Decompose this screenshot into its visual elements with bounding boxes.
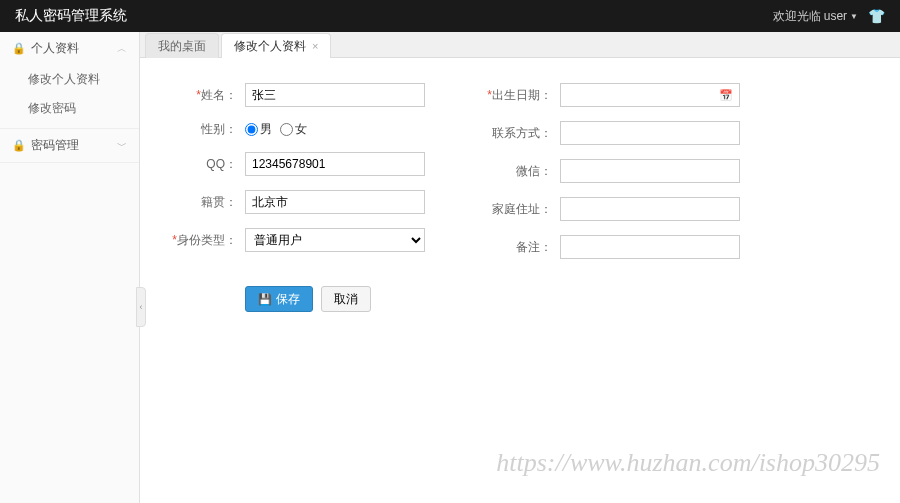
- sidebar-collapse-handle[interactable]: ‹: [136, 287, 146, 327]
- profile-form: *姓名： 性别： 男 女 QQ： 籍: [170, 83, 870, 312]
- nav-group-header-password[interactable]: 🔒 密码管理 ﹀: [0, 129, 139, 162]
- chevron-up-icon: ︿: [117, 42, 127, 56]
- sidebar: 🔒 个人资料 ︿ 修改个人资料 修改密码 🔒 密码管理 ﹀ ‹: [0, 32, 140, 503]
- app-title: 私人密码管理系统: [15, 7, 127, 25]
- qq-input[interactable]: [245, 152, 425, 176]
- wechat-input[interactable]: [560, 159, 740, 183]
- label-hometown: 籍贯：: [170, 194, 245, 211]
- label-name: *姓名：: [170, 87, 245, 104]
- nav-group-password: 🔒 密码管理 ﹀: [0, 129, 139, 163]
- save-button[interactable]: 💾 保存: [245, 286, 313, 312]
- nav-group-label: 密码管理: [31, 137, 79, 154]
- header: 私人密码管理系统 欢迎光临 user ▼ 👕: [0, 0, 900, 32]
- label-birthday: *出生日期：: [485, 87, 560, 104]
- label-contact: 联系方式：: [485, 125, 560, 142]
- label-address: 家庭住址：: [485, 201, 560, 218]
- cancel-button[interactable]: 取消: [321, 286, 371, 312]
- layout: 🔒 个人资料 ︿ 修改个人资料 修改密码 🔒 密码管理 ﹀ ‹: [0, 32, 900, 503]
- header-right: 欢迎光临 user ▼ 👕: [773, 8, 885, 25]
- tab-edit-profile[interactable]: 修改个人资料 ×: [221, 33, 331, 58]
- save-icon: 💾: [258, 293, 272, 306]
- welcome-text: 欢迎光临: [773, 8, 821, 25]
- nav-group-profile: 🔒 个人资料 ︿ 修改个人资料 修改密码: [0, 32, 139, 129]
- idtype-select[interactable]: 普通用户: [245, 228, 425, 252]
- lock-icon: 🔒: [12, 139, 26, 152]
- tab-label: 我的桌面: [158, 38, 206, 55]
- tabs: 我的桌面 修改个人资料 ×: [140, 32, 900, 58]
- content: *姓名： 性别： 男 女 QQ： 籍: [140, 58, 900, 503]
- label-idtype: *身份类型：: [170, 232, 245, 249]
- hometown-input[interactable]: [245, 190, 425, 214]
- nav-item-edit-profile[interactable]: 修改个人资料: [0, 65, 139, 94]
- main: 我的桌面 修改个人资料 × *姓名： 性别： 男: [140, 32, 900, 503]
- radio-male[interactable]: 男: [245, 121, 272, 138]
- nav-item-change-password[interactable]: 修改密码: [0, 94, 139, 123]
- birthday-input[interactable]: 📅: [560, 83, 740, 107]
- user-menu[interactable]: 欢迎光临 user ▼: [773, 8, 858, 25]
- nav-group-label: 个人资料: [31, 40, 79, 57]
- nav-group-header-profile[interactable]: 🔒 个人资料 ︿: [0, 32, 139, 65]
- form-col-left: *姓名： 性别： 男 女 QQ： 籍: [170, 83, 425, 312]
- chevron-down-icon: ▼: [850, 12, 858, 21]
- tab-label: 修改个人资料: [234, 38, 306, 55]
- label-remark: 备注：: [485, 239, 560, 256]
- tab-desktop[interactable]: 我的桌面: [145, 33, 219, 58]
- name-input[interactable]: [245, 83, 425, 107]
- lock-icon: 🔒: [12, 42, 26, 55]
- radio-female[interactable]: 女: [280, 121, 307, 138]
- label-gender: 性别：: [170, 121, 245, 138]
- theme-icon[interactable]: 👕: [868, 8, 885, 24]
- label-wechat: 微信：: [485, 163, 560, 180]
- close-icon[interactable]: ×: [312, 40, 318, 52]
- contact-input[interactable]: [560, 121, 740, 145]
- label-qq: QQ：: [170, 156, 245, 173]
- calendar-icon: 📅: [719, 89, 733, 102]
- username: user: [824, 9, 847, 23]
- chevron-down-icon: ﹀: [117, 139, 127, 153]
- address-input[interactable]: [560, 197, 740, 221]
- form-col-right: *出生日期： 📅 联系方式： 微信： 家庭住址：: [485, 83, 740, 312]
- remark-input[interactable]: [560, 235, 740, 259]
